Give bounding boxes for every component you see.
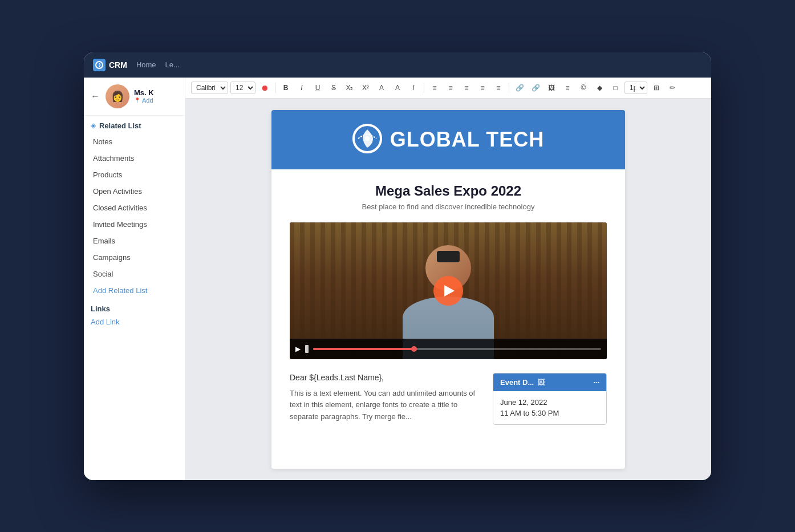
contact-header: ← 👩 Ms. K Add: [84, 78, 185, 116]
related-list-header: ◈ Related List: [84, 116, 185, 133]
link-button[interactable]: 🔗: [513, 81, 526, 95]
nav-home[interactable]: Home: [136, 60, 156, 69]
align-right-button[interactable]: ≡: [460, 81, 473, 95]
links-section-title: Links: [91, 304, 178, 313]
top-navigation: CRM Home Le...: [84, 52, 711, 78]
table-button[interactable]: ≡: [561, 81, 574, 95]
grid-button[interactable]: ⊞: [650, 81, 663, 95]
progress-bar[interactable]: [313, 348, 601, 350]
banner-logo: [352, 124, 382, 156]
video-container[interactable]: ▶: [290, 222, 607, 359]
event-time: 11 AM to 5:30 PM: [500, 409, 599, 417]
toolbar-separator-1: [275, 83, 275, 93]
underline-button[interactable]: U: [311, 81, 325, 95]
font-family-select[interactable]: Calibri: [191, 82, 228, 94]
image-button[interactable]: 🖼: [545, 81, 558, 95]
main-area: ← 👩 Ms. K Add ◈ Related List Notes Attac…: [84, 78, 711, 480]
sidebar-item-social[interactable]: Social: [84, 266, 185, 282]
sidebar-item-notes[interactable]: Notes: [84, 133, 185, 150]
border-size-select[interactable]: 1px: [624, 82, 647, 94]
video-controls: ▶: [290, 339, 607, 359]
play-button-center[interactable]: [433, 276, 463, 306]
font-size-select[interactable]: 12: [230, 82, 255, 94]
sidebar-item-open-activities[interactable]: Open Activities: [84, 183, 185, 200]
email-body-area: Mega Sales Expo 2022 Best place to find …: [271, 169, 625, 438]
email-preview: GLOBAL TECH Mega Sales Expo 2022 Best pl…: [271, 110, 625, 469]
svg-point-2: [365, 136, 370, 141]
related-list-icon: ◈: [91, 121, 96, 129]
email-banner: GLOBAL TECH: [271, 110, 625, 169]
border-button[interactable]: □: [609, 81, 622, 95]
emoji-button[interactable]: ©: [577, 81, 590, 95]
headphones: [437, 251, 460, 262]
nav-leads[interactable]: Le...: [165, 60, 180, 69]
contact-add-button[interactable]: Add: [134, 97, 178, 104]
event-card: Event D... 🖼 ··· June 12, 2022 11 AM to …: [493, 373, 607, 425]
event-card-body: June 12, 2022 11 AM to 5:30 PM: [493, 391, 606, 424]
toolbar-separator-2: [424, 83, 424, 93]
main-window: CRM Home Le... ← 👩 Ms. K Add ◈ Related L…: [84, 52, 711, 480]
more-icon[interactable]: ···: [593, 378, 599, 387]
sidebar-item-invited-meetings[interactable]: Invited Meetings: [84, 216, 185, 233]
related-list-title: Related List: [99, 121, 141, 130]
email-body-text: This is a text element. You can add unli…: [290, 388, 484, 423]
italic2-button[interactable]: I: [407, 81, 420, 95]
email-two-column: Dear ${Leads.Last Name}, This is a text …: [290, 373, 607, 425]
banner-title: GLOBAL TECH: [390, 128, 544, 152]
play-icon: [444, 285, 455, 297]
add-related-list-button[interactable]: Add Related List: [84, 282, 185, 299]
sidebar-item-emails[interactable]: Emails: [84, 233, 185, 249]
event-date: June 12, 2022: [500, 398, 599, 407]
align-left-button[interactable]: ≡: [428, 81, 441, 95]
email-text-column: Dear ${Leads.Last Name}, This is a text …: [290, 373, 484, 423]
editor-toolbar: Calibri 12 ⏺ B I U S X₂ X² A A I ≡ ≡ ≡: [185, 78, 711, 99]
sidebar: ← 👩 Ms. K Add ◈ Related List Notes Attac…: [84, 78, 185, 480]
subscript-button[interactable]: X₂: [343, 81, 356, 95]
edit-button[interactable]: ✏: [666, 81, 679, 95]
email-greeting: Dear ${Leads.Last Name},: [290, 373, 484, 382]
sidebar-item-attachments[interactable]: Attachments: [84, 150, 185, 166]
unordered-list-button[interactable]: ≡: [492, 81, 505, 95]
ordered-list-button[interactable]: ≡: [476, 81, 489, 95]
strikethrough-button[interactable]: S: [327, 81, 340, 95]
contact-info: Ms. K Add: [134, 88, 178, 104]
font-color-button[interactable]: A: [375, 81, 388, 95]
bold-button[interactable]: B: [279, 81, 293, 95]
contact-name: Ms. K: [134, 88, 178, 97]
progress-fill: [313, 348, 414, 350]
color-fill-button[interactable]: ◆: [593, 81, 606, 95]
highlight-button[interactable]: A: [391, 81, 404, 95]
crm-logo[interactable]: CRM: [93, 59, 127, 71]
sidebar-item-closed-activities[interactable]: Closed Activities: [84, 200, 185, 216]
svg-point-0: [96, 62, 103, 68]
image-icon: 🖼: [537, 378, 545, 387]
volume-icon: [305, 345, 309, 353]
play-btn-small[interactable]: ▶: [295, 345, 301, 353]
video-button[interactable]: ⏺: [258, 81, 271, 95]
italic-button[interactable]: I: [295, 81, 309, 95]
sidebar-item-campaigns[interactable]: Campaigns: [84, 249, 185, 266]
progress-thumb: [411, 346, 417, 352]
add-link-button[interactable]: Add Link: [91, 315, 178, 328]
editor-area: Calibri 12 ⏺ B I U S X₂ X² A A I ≡ ≡ ≡: [185, 78, 711, 480]
event-header-label: Event D...: [500, 378, 534, 387]
unlink-button[interactable]: 🔗: [529, 81, 542, 95]
avatar: 👩: [106, 84, 129, 108]
email-subtitle: Best place to find and discover incredib…: [290, 202, 607, 211]
superscript-button[interactable]: X²: [359, 81, 372, 95]
back-button[interactable]: ←: [91, 91, 100, 101]
toolbar-separator-3: [509, 83, 509, 93]
links-section: Links Add Link: [84, 299, 185, 331]
event-card-header: Event D... 🖼 ···: [493, 373, 606, 391]
email-event-title: Mega Sales Expo 2022: [290, 183, 607, 199]
sidebar-item-products[interactable]: Products: [84, 166, 185, 183]
app-name: CRM: [109, 60, 127, 70]
align-center-button[interactable]: ≡: [444, 81, 457, 95]
editor-canvas[interactable]: GLOBAL TECH Mega Sales Expo 2022 Best pl…: [185, 99, 711, 480]
crm-logo-icon: [93, 59, 106, 71]
